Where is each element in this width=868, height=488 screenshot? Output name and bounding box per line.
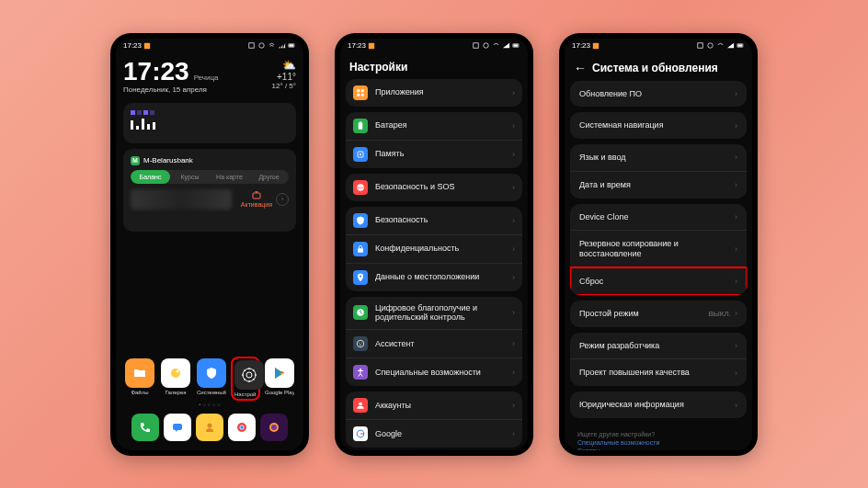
hint-link-accessibility[interactable]: Специальные возможности [577, 439, 739, 446]
svg-point-40 [359, 403, 362, 406]
chevron-icon: › [512, 216, 515, 225]
system-row[interactable]: Системная навигация› [570, 112, 747, 139]
row-label: Батарея [375, 120, 512, 131]
setting-location[interactable]: Данные о местоположении› [346, 263, 522, 291]
system-row[interactable]: Юридическая информация› [570, 392, 747, 418]
settings-list[interactable]: Приложения›Батарея›Память›SOSБезопасност… [340, 79, 528, 450]
row-label: Цифровое благополучие и родительский кон… [375, 303, 512, 323]
svg-rect-5 [253, 193, 260, 199]
row-label: Конфиденциальность [375, 244, 512, 254]
apps-icon [353, 85, 368, 100]
row-label: Резервное копирование и восстановление [579, 239, 735, 259]
svg-rect-1 [249, 43, 254, 48]
chevron-icon: › [512, 308, 515, 317]
chevron-icon: › [512, 88, 515, 97]
chevron-icon: › [735, 121, 737, 131]
tab-other[interactable]: Другое [249, 170, 289, 184]
row-label: Сброс [579, 277, 735, 287]
system-row[interactable]: Режим разработчика› [570, 333, 747, 359]
app-row: Файлы Галерея Системный диспетчер Настро… [123, 358, 296, 399]
system-row[interactable]: Обновление ПО› [570, 81, 747, 108]
svg-text:SOS: SOS [358, 186, 363, 189]
system-row[interactable]: Проект повышения качества› [570, 358, 747, 386]
bank-tabs: Баланс Курсы На карте Другое [131, 170, 289, 184]
setting-google[interactable]: Google› [346, 419, 522, 448]
setting-accessibility[interactable]: Специальные возможности› [346, 357, 522, 386]
dock-phone[interactable] [131, 414, 159, 441]
tab-map[interactable]: На карте [210, 170, 249, 184]
system-header: ← Система и обновления [565, 53, 752, 81]
chevron-icon: › [512, 429, 515, 438]
setting-memory[interactable]: Память› [346, 140, 522, 168]
status-icons [247, 41, 296, 50]
clock-widget[interactable]: 17:23 Речица Понедельник, 15 апреля ⛅ +1… [123, 59, 296, 94]
svg-point-9 [246, 372, 252, 378]
tab-balance[interactable]: Баланс [131, 170, 170, 184]
system-row[interactable]: Дата и время› [570, 171, 747, 199]
chevron-icon: › [735, 244, 737, 254]
system-list[interactable]: Обновление ПО›Системная навигация›Язык и… [565, 81, 752, 450]
chevron-icon: › [735, 341, 737, 350]
balance-blurred [131, 189, 232, 210]
chevron-icon: › [735, 180, 737, 189]
bank-widget[interactable]: M M-Belarusbank Баланс Курсы На карте Др… [123, 149, 296, 232]
chevron-icon: › [512, 339, 515, 348]
row-label: Безопасность и SOS [375, 182, 512, 192]
svg-rect-32 [358, 248, 363, 253]
tab-rates[interactable]: Курсы [170, 170, 210, 184]
system-row[interactable]: Device Clone› [570, 204, 747, 231]
row-label: Приложения [375, 87, 512, 97]
back-arrow-icon[interactable]: ← [574, 61, 587, 75]
row-value: ВЫКЛ. [708, 310, 731, 318]
app-settings-highlighted[interactable]: Настройки [231, 357, 260, 401]
weather-widget[interactable]: ⛅ +11° 12° / 5° [272, 59, 296, 90]
setting-shield[interactable]: Безопасность› [346, 207, 522, 234]
dock-messages[interactable] [164, 414, 191, 441]
date-label: Понедельник, 15 апреля [123, 85, 218, 94]
row-label: Аккаунты [375, 401, 512, 411]
app-files[interactable]: Файлы [125, 358, 154, 399]
phone-settings: 17:23 Настройки Приложения›Батарея›Памят… [335, 33, 533, 456]
svg-point-36 [359, 343, 360, 345]
system-row[interactable]: Сброс› [570, 267, 747, 295]
svg-rect-27 [360, 121, 361, 122]
setting-battery[interactable]: Батарея› [346, 112, 522, 140]
chevron-button[interactable]: › [276, 193, 289, 206]
activation-button[interactable]: Активация [241, 191, 272, 208]
hint-link-tips[interactable]: Советы [577, 448, 739, 449]
svg-rect-4 [289, 44, 293, 47]
status-bar: 17:23 [340, 39, 528, 53]
chevron-icon: › [735, 277, 737, 286]
app-google-play[interactable]: Google Play [265, 358, 294, 399]
battery-icon [353, 119, 368, 133]
setting-accounts[interactable]: Аккаунты› [346, 392, 522, 419]
dock-chrome[interactable] [228, 414, 256, 441]
system-row[interactable]: Простой режимВЫКЛ.› [570, 301, 747, 327]
setting-lock[interactable]: Конфиденциальность› [346, 234, 522, 263]
svg-rect-50 [737, 44, 742, 47]
svg-rect-21 [513, 44, 518, 47]
chevron-icon: › [735, 89, 737, 98]
app-gallery[interactable]: Галерея [161, 358, 190, 399]
setting-assistant[interactable]: Ассистент› [346, 329, 522, 357]
svg-point-2 [259, 43, 264, 48]
chevron-icon: › [512, 401, 515, 410]
status-time: 17:23 [123, 41, 142, 50]
app-system-manager[interactable]: Системный диспетчер [197, 358, 226, 399]
svg-rect-23 [361, 89, 364, 92]
music-widget[interactable] [123, 103, 296, 143]
setting-sos[interactable]: SOSБезопасность и SOS› [346, 174, 522, 201]
chevron-icon: › [735, 369, 737, 378]
dock [123, 410, 296, 445]
system-row[interactable]: Резервное копирование и восстановление› [570, 230, 747, 267]
svg-point-48 [708, 43, 713, 48]
setting-apps[interactable]: Приложения› [346, 79, 522, 107]
chevron-icon: › [512, 150, 515, 159]
chevron-icon: › [735, 401, 737, 410]
setting-wellbeing[interactable]: Цифровое благополучие и родительский кон… [346, 297, 522, 330]
chevron-icon: › [512, 121, 515, 131]
dock-firefox[interactable] [260, 414, 288, 441]
system-row[interactable]: Язык и ввод› [570, 144, 747, 171]
svg-rect-25 [361, 93, 364, 96]
dock-contacts[interactable] [196, 414, 223, 441]
